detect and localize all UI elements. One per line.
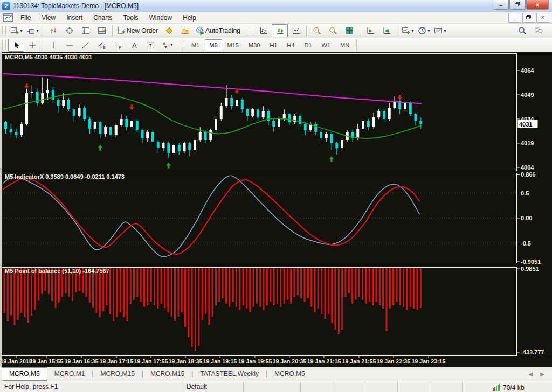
trendline-tool[interactable] (78, 39, 94, 52)
chart-tab-mcro-m15[interactable]: MCRO,M15 (143, 368, 191, 380)
histogram-bar (225, 268, 227, 304)
periods-button[interactable]: ▾ (416, 24, 432, 37)
histogram-bar (328, 268, 329, 314)
timeframe-mn[interactable]: MN (336, 39, 354, 51)
toolbar-drag-handle[interactable] (181, 40, 184, 50)
zoom-in-button[interactable] (309, 24, 325, 37)
chat-button[interactable] (530, 24, 547, 37)
auto-scroll-button[interactable] (362, 24, 378, 37)
chart-tab-tatasteel-weekly[interactable]: TATASTEEL,Weekly (193, 368, 265, 380)
label-tool[interactable]: T (142, 39, 158, 52)
histogram-bar (198, 268, 199, 346)
mdi-restore-button[interactable] (522, 13, 535, 23)
histogram-bar (24, 268, 26, 317)
search-button[interactable] (514, 24, 530, 37)
chart-tab-mcro-m5[interactable]: MCRO,M5 (267, 368, 312, 380)
close-button[interactable]: × (526, 0, 549, 10)
timeframe-d1[interactable]: D1 (300, 39, 316, 51)
menu-view[interactable]: View (36, 12, 61, 23)
menu-insert[interactable]: Insert (61, 12, 88, 23)
ma-slow-magenta (3, 74, 422, 104)
chat-icon (534, 26, 543, 36)
timeframe-h4[interactable]: H4 (282, 39, 299, 51)
status-profile[interactable]: Default (182, 381, 244, 392)
trendline-icon (81, 40, 91, 50)
data-window-button[interactable] (61, 24, 78, 37)
indicator1-header: M5 IndicatorX 0.3589 0.0649 -0.0211 0.14… (5, 173, 125, 180)
minimize-button[interactable]: – (493, 0, 509, 10)
tile-windows-button[interactable] (341, 24, 357, 37)
toolbar-right-buttons (514, 24, 547, 37)
metaeditor-button[interactable] (161, 24, 177, 37)
histogram-bar (256, 268, 258, 304)
candle (230, 98, 233, 106)
histogram-bar (133, 268, 135, 300)
signal-bar (499, 384, 500, 391)
histogram-bar (300, 268, 302, 298)
restore-button[interactable] (509, 0, 526, 10)
cursor-tool[interactable] (8, 39, 24, 52)
fibonacci-tool[interactable]: F (110, 39, 126, 52)
new-chart-button[interactable]: ▾ (8, 24, 24, 37)
timeframe-m5[interactable]: M5 (205, 39, 222, 51)
chart-tab-mcro-m15[interactable]: MCRO,M15 (93, 368, 141, 380)
zoom-out-button[interactable] (325, 24, 341, 37)
tab-scroll-right-button[interactable]: ▶ (540, 371, 544, 377)
menu-file[interactable]: File (15, 12, 36, 23)
market-watch-button[interactable] (45, 24, 61, 37)
profiles-button[interactable]: ▾ (24, 24, 40, 37)
candle (262, 111, 265, 117)
window-controls: – × (492, 0, 549, 10)
terminal-icon (98, 26, 107, 36)
vertical-line-tool[interactable] (45, 39, 61, 52)
toolbar-drag-handle[interactable] (2, 26, 6, 36)
candle (304, 124, 307, 130)
crosshair-tool[interactable] (24, 39, 40, 52)
chart-tab-mcro-m1[interactable]: MCRO,M1 (47, 368, 92, 380)
line-chart-style-button[interactable] (288, 24, 304, 37)
channel-icon: E (98, 40, 107, 50)
chart-window[interactable]: 4064404940344019400440310.8660.50.00-0.5… (0, 52, 552, 367)
menu-window[interactable]: Window (144, 12, 178, 23)
channel-tool[interactable]: E (94, 39, 110, 52)
toolbar-separator (397, 25, 397, 36)
candle (204, 132, 207, 140)
autotrading-button[interactable]: AutoTrading (194, 24, 244, 37)
timeframe-m30[interactable]: M30 (244, 39, 264, 51)
indicators-button[interactable]: ▾ (399, 24, 416, 37)
menu-help[interactable]: Help (177, 12, 202, 23)
strategy-tester-button[interactable] (177, 24, 194, 37)
toolbar-drag-handle[interactable] (250, 26, 253, 36)
toolbar-drag-handle[interactable] (2, 40, 6, 50)
templates-button[interactable]: ▾ (432, 24, 448, 37)
chart-shift-button[interactable] (378, 24, 395, 37)
histogram-bar (372, 268, 374, 305)
window-title: 1130134: TopicMarkets-Demo - [MCRO,M5] (13, 2, 139, 10)
timeframe-w1[interactable]: W1 (318, 39, 335, 51)
timeframe-m1[interactable]: M1 (187, 39, 204, 51)
bar-chart-style-button[interactable] (256, 24, 272, 37)
timeframe-m15[interactable]: M15 (223, 39, 243, 51)
histogram-bar (294, 268, 295, 297)
arrows-tool[interactable]: ▾ (158, 39, 175, 52)
navigator-button[interactable] (78, 24, 94, 37)
candle (183, 143, 186, 151)
candlestick-style-button[interactable] (272, 24, 288, 37)
menu-charts[interactable]: Charts (88, 12, 118, 23)
mdi-close-button[interactable]: × (536, 13, 549, 23)
timeframe-h1[interactable]: H1 (265, 39, 281, 51)
tab-scroll-left-button[interactable]: ◀ (529, 371, 533, 377)
horizontal-line-tool[interactable] (61, 39, 78, 52)
signal-bar (496, 386, 497, 391)
chart-canvas[interactable]: 4064404940344019400440310.8660.50.00-0.5… (2, 52, 552, 367)
terminal-button[interactable] (94, 24, 110, 37)
mdi-minimize-button[interactable]: – (508, 13, 521, 23)
histogram-bar (55, 268, 57, 308)
chart-shift-icon (382, 26, 391, 36)
time-axis-label: 19 Jan 19:15 (203, 358, 237, 365)
text-tool[interactable]: A (126, 39, 142, 52)
chart-tab-mcro-m5[interactable]: MCRO,M5 (2, 367, 47, 381)
candle (215, 119, 217, 130)
menu-tools[interactable]: Tools (118, 12, 144, 23)
new-order-button[interactable]: New Order (115, 24, 161, 37)
